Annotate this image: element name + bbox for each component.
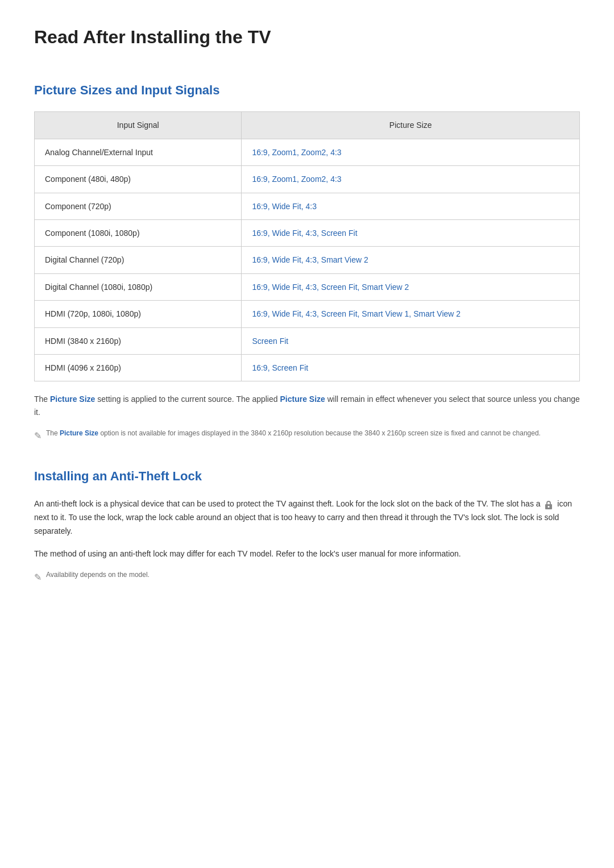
table-cell-picture: 16:9, Zoom1, Zoom2, 4:3: [242, 139, 580, 165]
section-title-anti-theft: Installing an Anti-Theft Lock: [34, 466, 580, 486]
table-cell-input: Component (720p): [35, 193, 242, 219]
table-header-row: Input Signal Picture Size: [35, 112, 580, 139]
table-cell-input: Component (1080i, 1080p): [35, 219, 242, 246]
table-cell-picture: 16:9, Wide Fit, 4:3, Screen Fit: [242, 219, 580, 246]
note-small-text: The Picture Size option is not available…: [46, 428, 541, 439]
picture-size-highlight-3: Picture Size: [60, 429, 98, 437]
table-row: Digital Channel (720p)16:9, Wide Fit, 4:…: [35, 247, 580, 273]
table-cell-input: HDMI (3840 x 2160p): [35, 327, 242, 354]
note-small-availability: Availability depends on the model.: [46, 570, 150, 580]
table-cell-picture: 16:9, Wide Fit, 4:3: [242, 193, 580, 219]
pencil-icon-2: ✎: [34, 570, 42, 585]
table-cell-input: Digital Channel (720p): [35, 247, 242, 273]
picture-size-highlight-1: Picture Size: [50, 394, 95, 404]
table-header-input: Input Signal: [35, 112, 242, 139]
table-cell-picture: 16:9, Wide Fit, 4:3, Smart View 2: [242, 247, 580, 273]
lock-icon: [544, 500, 554, 510]
table-row: Component (720p)16:9, Wide Fit, 4:3: [35, 193, 580, 219]
table-row: HDMI (4096 x 2160p)16:9, Screen Fit: [35, 354, 580, 381]
page-title: Read After Installing the TV: [34, 23, 580, 57]
table-cell-input: Analog Channel/External Input: [35, 139, 242, 165]
table-cell-input: HDMI (4096 x 2160p): [35, 354, 242, 381]
table-cell-input: Digital Channel (1080i, 1080p): [35, 273, 242, 300]
note-small-picture-size: ✎ The Picture Size option is not availab…: [34, 428, 580, 443]
table-cell-picture: 16:9, Wide Fit, 4:3, Screen Fit, Smart V…: [242, 273, 580, 300]
table-row: Component (480i, 480p)16:9, Zoom1, Zoom2…: [35, 166, 580, 193]
table-cell-input: Component (480i, 480p): [35, 166, 242, 193]
table-row: HDMI (720p, 1080i, 1080p)16:9, Wide Fit,…: [35, 301, 580, 327]
section-picture-sizes: Picture Sizes and Input Signals Input Si…: [34, 80, 580, 443]
table-row: Digital Channel (1080i, 1080p)16:9, Wide…: [35, 273, 580, 300]
table-header-picture: Picture Size: [242, 112, 580, 139]
picture-sizes-table: Input Signal Picture Size Analog Channel…: [34, 111, 580, 381]
table-row: Component (1080i, 1080p)16:9, Wide Fit, …: [35, 219, 580, 246]
anti-theft-body-2: The method of using an anti-theft lock m…: [34, 547, 580, 561]
pencil-icon-1: ✎: [34, 429, 42, 443]
table-row: Analog Channel/External Input16:9, Zoom1…: [35, 139, 580, 165]
table-cell-picture: 16:9, Screen Fit: [242, 354, 580, 381]
table-row: HDMI (3840 x 2160p)Screen Fit: [35, 327, 580, 354]
picture-size-highlight-2: Picture Size: [280, 394, 325, 404]
note-small-anti-theft: ✎ Availability depends on the model.: [34, 570, 580, 585]
section-anti-theft: Installing an Anti-Theft Lock An anti-th…: [34, 466, 580, 585]
table-cell-picture: Screen Fit: [242, 327, 580, 354]
section-title-picture-sizes: Picture Sizes and Input Signals: [34, 80, 580, 100]
svg-rect-1: [548, 506, 550, 508]
table-cell-input: HDMI (720p, 1080i, 1080p): [35, 301, 242, 327]
table-cell-picture: 16:9, Wide Fit, 4:3, Screen Fit, Smart V…: [242, 301, 580, 327]
anti-theft-body-1: An anti-theft lock is a physical device …: [34, 497, 580, 538]
note-main: The Picture Size setting is applied to t…: [34, 393, 580, 419]
table-cell-picture: 16:9, Zoom1, Zoom2, 4:3: [242, 166, 580, 193]
